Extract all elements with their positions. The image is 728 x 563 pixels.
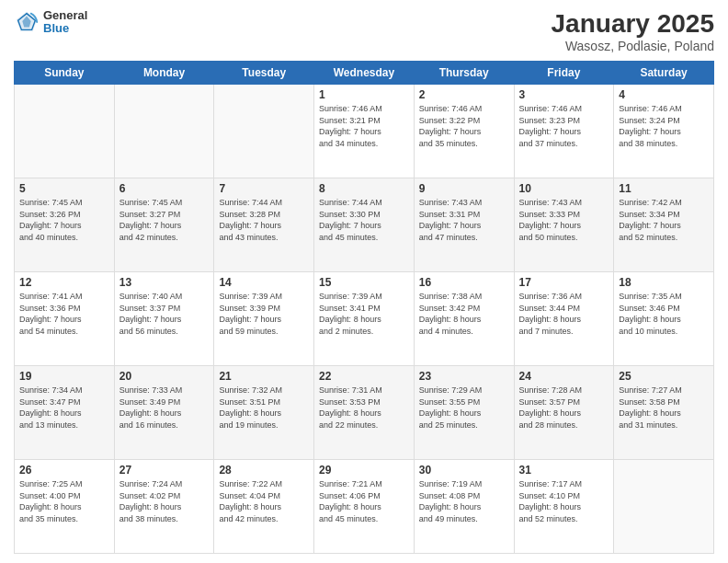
calendar-day-cell: 28Sunrise: 7:22 AM Sunset: 4:04 PM Dayli… [214, 460, 314, 554]
title-area: January 2025 Wasosz, Podlasie, Poland [552, 9, 714, 53]
day-info: Sunrise: 7:46 AM Sunset: 3:21 PM Dayligh… [319, 103, 409, 149]
day-number: 16 [419, 276, 509, 289]
day-number: 14 [219, 276, 309, 289]
day-number: 21 [219, 370, 309, 383]
day-info: Sunrise: 7:32 AM Sunset: 3:51 PM Dayligh… [219, 385, 309, 431]
logo-general-text: General [43, 9, 87, 22]
calendar-week-row: 26Sunrise: 7:25 AM Sunset: 4:00 PM Dayli… [15, 460, 714, 554]
day-number: 18 [619, 276, 709, 289]
day-info: Sunrise: 7:36 AM Sunset: 3:44 PM Dayligh… [519, 291, 609, 337]
day-info: Sunrise: 7:31 AM Sunset: 3:53 PM Dayligh… [319, 385, 409, 431]
calendar-day-cell: 11Sunrise: 7:42 AM Sunset: 3:34 PM Dayli… [614, 178, 714, 272]
calendar-day-cell: 2Sunrise: 7:46 AM Sunset: 3:22 PM Daylig… [414, 85, 514, 178]
day-info: Sunrise: 7:34 AM Sunset: 3:47 PM Dayligh… [19, 385, 109, 431]
day-info: Sunrise: 7:28 AM Sunset: 3:57 PM Dayligh… [519, 385, 609, 431]
calendar-day-cell: 14Sunrise: 7:39 AM Sunset: 3:39 PM Dayli… [214, 272, 314, 366]
calendar-day-cell: 16Sunrise: 7:38 AM Sunset: 3:42 PM Dayli… [414, 272, 514, 366]
day-number: 2 [419, 88, 509, 101]
day-number: 6 [119, 182, 210, 195]
day-number: 25 [619, 370, 709, 383]
calendar-day-cell: 19Sunrise: 7:34 AM Sunset: 3:47 PM Dayli… [15, 366, 115, 460]
calendar-day-cell: 27Sunrise: 7:24 AM Sunset: 4:02 PM Dayli… [114, 460, 214, 554]
calendar-day-cell: 17Sunrise: 7:36 AM Sunset: 3:44 PM Dayli… [514, 272, 614, 366]
day-info: Sunrise: 7:46 AM Sunset: 3:23 PM Dayligh… [519, 103, 609, 149]
day-number: 30 [419, 464, 509, 477]
day-number: 9 [419, 182, 509, 195]
calendar-day-cell: 9Sunrise: 7:43 AM Sunset: 3:31 PM Daylig… [414, 178, 514, 272]
calendar-day-cell [214, 85, 314, 178]
day-info: Sunrise: 7:35 AM Sunset: 3:46 PM Dayligh… [619, 291, 709, 337]
logo-blue-text: Blue [43, 22, 87, 35]
day-info: Sunrise: 7:42 AM Sunset: 3:34 PM Dayligh… [619, 197, 709, 243]
day-number: 31 [519, 464, 609, 477]
day-number: 7 [219, 182, 309, 195]
day-number: 22 [319, 370, 409, 383]
day-number: 19 [19, 370, 109, 383]
calendar-day-cell: 4Sunrise: 7:46 AM Sunset: 3:24 PM Daylig… [614, 85, 714, 178]
calendar-week-row: 19Sunrise: 7:34 AM Sunset: 3:47 PM Dayli… [15, 366, 714, 460]
weekday-header-thursday: Thursday [414, 62, 514, 85]
day-number: 3 [519, 88, 609, 101]
day-number: 13 [119, 276, 210, 289]
weekday-header-wednesday: Wednesday [314, 62, 415, 85]
weekday-header-row: SundayMondayTuesdayWednesdayThursdayFrid… [15, 62, 714, 85]
calendar-week-row: 12Sunrise: 7:41 AM Sunset: 3:36 PM Dayli… [15, 272, 714, 366]
day-info: Sunrise: 7:40 AM Sunset: 3:37 PM Dayligh… [119, 291, 210, 337]
day-number: 8 [319, 182, 409, 195]
day-info: Sunrise: 7:46 AM Sunset: 3:24 PM Dayligh… [619, 103, 709, 149]
calendar-day-cell: 12Sunrise: 7:41 AM Sunset: 3:36 PM Dayli… [15, 272, 115, 366]
calendar-day-cell: 24Sunrise: 7:28 AM Sunset: 3:57 PM Dayli… [514, 366, 614, 460]
day-number: 24 [519, 370, 609, 383]
day-number: 10 [519, 182, 609, 195]
calendar-day-cell: 26Sunrise: 7:25 AM Sunset: 4:00 PM Dayli… [15, 460, 115, 554]
weekday-header-sunday: Sunday [15, 62, 115, 85]
calendar-day-cell: 7Sunrise: 7:44 AM Sunset: 3:28 PM Daylig… [214, 178, 314, 272]
calendar-day-cell: 30Sunrise: 7:19 AM Sunset: 4:08 PM Dayli… [414, 460, 514, 554]
day-info: Sunrise: 7:43 AM Sunset: 3:31 PM Dayligh… [419, 197, 509, 243]
calendar-day-cell: 21Sunrise: 7:32 AM Sunset: 3:51 PM Dayli… [214, 366, 314, 460]
weekday-header-saturday: Saturday [614, 62, 714, 85]
day-number: 4 [619, 88, 709, 101]
calendar-day-cell [15, 85, 115, 178]
calendar-day-cell: 6Sunrise: 7:45 AM Sunset: 3:27 PM Daylig… [114, 178, 214, 272]
day-number: 15 [319, 276, 409, 289]
weekday-header-monday: Monday [114, 62, 214, 85]
day-info: Sunrise: 7:27 AM Sunset: 3:58 PM Dayligh… [619, 385, 709, 431]
day-info: Sunrise: 7:44 AM Sunset: 3:30 PM Dayligh… [319, 197, 409, 243]
calendar-day-cell [614, 460, 714, 554]
calendar-day-cell: 22Sunrise: 7:31 AM Sunset: 3:53 PM Dayli… [314, 366, 415, 460]
day-number: 17 [519, 276, 609, 289]
day-info: Sunrise: 7:45 AM Sunset: 3:27 PM Dayligh… [119, 197, 210, 243]
calendar-day-cell: 1Sunrise: 7:46 AM Sunset: 3:21 PM Daylig… [314, 85, 415, 178]
calendar-day-cell: 15Sunrise: 7:39 AM Sunset: 3:41 PM Dayli… [314, 272, 415, 366]
weekday-header-friday: Friday [514, 62, 614, 85]
day-number: 26 [19, 464, 109, 477]
subtitle: Wasosz, Podlasie, Poland [552, 39, 714, 53]
calendar-day-cell: 31Sunrise: 7:17 AM Sunset: 4:10 PM Dayli… [514, 460, 614, 554]
day-info: Sunrise: 7:29 AM Sunset: 3:55 PM Dayligh… [419, 385, 509, 431]
main-title: January 2025 [552, 9, 714, 39]
day-number: 27 [119, 464, 210, 477]
header: General Blue January 2025 Wasosz, Podlas… [14, 9, 714, 53]
day-info: Sunrise: 7:21 AM Sunset: 4:06 PM Dayligh… [319, 478, 409, 524]
weekday-header-tuesday: Tuesday [214, 62, 314, 85]
day-info: Sunrise: 7:43 AM Sunset: 3:33 PM Dayligh… [519, 197, 609, 243]
day-number: 23 [419, 370, 509, 383]
calendar-day-cell: 13Sunrise: 7:40 AM Sunset: 3:37 PM Dayli… [114, 272, 214, 366]
day-info: Sunrise: 7:46 AM Sunset: 3:22 PM Dayligh… [419, 103, 509, 149]
calendar-day-cell [114, 85, 214, 178]
logo-icon [14, 9, 40, 35]
calendar-week-row: 5Sunrise: 7:45 AM Sunset: 3:26 PM Daylig… [15, 178, 714, 272]
calendar-day-cell: 23Sunrise: 7:29 AM Sunset: 3:55 PM Dayli… [414, 366, 514, 460]
calendar-day-cell: 5Sunrise: 7:45 AM Sunset: 3:26 PM Daylig… [15, 178, 115, 272]
day-info: Sunrise: 7:39 AM Sunset: 3:39 PM Dayligh… [219, 291, 309, 337]
calendar-day-cell: 10Sunrise: 7:43 AM Sunset: 3:33 PM Dayli… [514, 178, 614, 272]
day-info: Sunrise: 7:17 AM Sunset: 4:10 PM Dayligh… [519, 478, 609, 524]
day-info: Sunrise: 7:39 AM Sunset: 3:41 PM Dayligh… [319, 291, 409, 337]
day-info: Sunrise: 7:41 AM Sunset: 3:36 PM Dayligh… [19, 291, 109, 337]
day-info: Sunrise: 7:24 AM Sunset: 4:02 PM Dayligh… [119, 478, 210, 524]
calendar-day-cell: 20Sunrise: 7:33 AM Sunset: 3:49 PM Dayli… [114, 366, 214, 460]
calendar-day-cell: 8Sunrise: 7:44 AM Sunset: 3:30 PM Daylig… [314, 178, 415, 272]
day-info: Sunrise: 7:25 AM Sunset: 4:00 PM Dayligh… [19, 478, 109, 524]
day-info: Sunrise: 7:19 AM Sunset: 4:08 PM Dayligh… [419, 478, 509, 524]
